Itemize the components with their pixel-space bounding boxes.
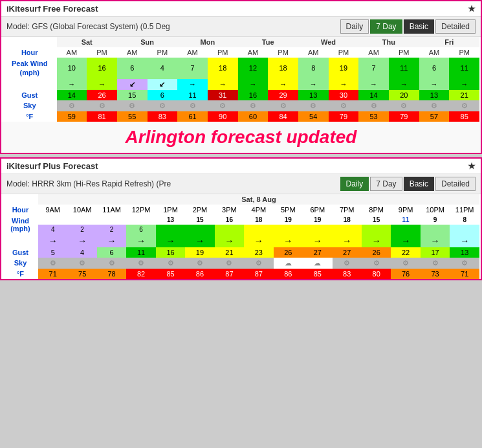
sky-label: Sky: [3, 100, 57, 111]
arr2-1pm: →: [156, 234, 185, 247]
t-mon-pm: 90: [208, 111, 238, 122]
g-sun-am: 15: [117, 90, 148, 100]
g2-11pm: 13: [450, 247, 479, 258]
g-sun-pm: 6: [148, 90, 178, 100]
arr2-6pm: →: [303, 234, 332, 247]
top-model-text: Model: GFS (Global Forecast System) (0.5…: [6, 22, 170, 31]
t-sun-pm: 83: [148, 111, 178, 122]
top-daily-btn[interactable]: Daily: [340, 19, 369, 34]
top-window-title: iKitesurf Free Forecast: [6, 4, 98, 14]
g2-3pm: 21: [215, 247, 244, 258]
pw-mon-am: 7: [177, 58, 208, 79]
g-sat-pm: 26: [87, 90, 117, 100]
bottom-basic-btn[interactable]: Basic: [404, 177, 434, 191]
pw-wed-am: 8: [298, 58, 329, 79]
sky-sun-pm: ⚙: [148, 100, 178, 111]
g2-4pm: 23: [244, 247, 273, 258]
wind-9pm: [391, 225, 420, 234]
wind-10am: 2: [67, 225, 96, 234]
day-sun: Sun: [117, 37, 177, 47]
pw-fri-am: 6: [419, 58, 450, 79]
t2-9pm: 76: [391, 269, 420, 279]
pw-tue-am: 12: [238, 58, 268, 79]
g-wed-am: 13: [298, 90, 329, 100]
t2-1pm: 85: [156, 269, 185, 279]
arr-wed-am: →: [298, 79, 329, 90]
arr2-7pm: →: [333, 234, 362, 247]
t-sun-am: 55: [117, 111, 148, 122]
t-thu-am: 53: [358, 111, 389, 122]
wind-9am: 4: [38, 225, 67, 234]
arr-fri-am: →: [419, 79, 450, 90]
arr2-9pm: →: [391, 234, 420, 247]
g2-2pm: 19: [185, 247, 214, 258]
wind-4pm: [244, 225, 273, 234]
bottom-sky-label: Sky: [3, 258, 38, 269]
top-star-icon[interactable]: ★: [468, 4, 476, 14]
sky-tue-pm: ⚙: [268, 100, 298, 111]
sky-fri-pm: ⚙: [449, 100, 479, 111]
sky-sun-am: ⚙: [117, 100, 148, 111]
g2-12pm: 11: [126, 247, 155, 258]
g2-11am: 6: [97, 247, 126, 258]
g2-10pm: 17: [421, 247, 450, 258]
pw-fri-pm: 11: [449, 58, 479, 79]
top-detailed-btn[interactable]: Detailed: [435, 19, 476, 34]
sky-wed-am: ⚙: [298, 100, 329, 111]
g2-5pm: 26: [274, 247, 303, 258]
update-text: Arlington forecast updated: [126, 127, 357, 147]
t2-4pm: 87: [244, 269, 273, 279]
wind-8pm: [362, 225, 391, 234]
g2-10am: 4: [67, 247, 96, 258]
bottom-7day-btn[interactable]: 7 Day: [370, 177, 402, 191]
day-thu: Thu: [358, 37, 419, 47]
temp-label: °F: [3, 111, 57, 122]
top-basic-btn[interactable]: Basic: [404, 19, 434, 34]
pw-sat-pm: 16: [87, 58, 117, 79]
t-wed-pm: 79: [329, 111, 359, 122]
day-wed: Wed: [298, 37, 358, 47]
day-sat: Sat: [57, 37, 117, 47]
arr-mon-am: →: [177, 79, 208, 90]
bottom-wind-label: Wind(mph): [3, 215, 38, 234]
pw-wed-pm: 19: [329, 58, 359, 79]
sky-thu-am: ⚙: [358, 100, 389, 111]
top-view-buttons: Daily 7 Day Basic Detailed: [340, 19, 476, 34]
g-fri-pm: 21: [449, 90, 479, 100]
top-7day-btn[interactable]: 7 Day: [370, 19, 402, 34]
arr-tue-pm: →: [268, 79, 298, 90]
t-fri-pm: 85: [449, 111, 479, 122]
pw-thu-am: 7: [358, 58, 389, 79]
t-sat-pm: 81: [87, 111, 117, 122]
peak-wind-label: Peak Wind(mph): [3, 58, 57, 79]
t2-11pm: 71: [450, 269, 479, 279]
top-forecast-table: Sat Sun Mon Tue Wed Thu Fri Hour AM PM A…: [3, 37, 479, 122]
arr-thu-pm: →: [389, 79, 419, 90]
gust-label: Gust: [3, 90, 57, 100]
sky-sat-am: ⚙: [57, 100, 87, 111]
sky-tue-am: ⚙: [238, 100, 268, 111]
sky-thu-pm: ⚙: [389, 100, 419, 111]
bottom-day-label: Sat, 8 Aug: [38, 194, 479, 205]
g-thu-pm: 20: [389, 90, 419, 100]
g2-6pm: 27: [303, 247, 332, 258]
arr-sun-am: ↙: [117, 79, 148, 90]
wind-3pm: [215, 225, 244, 234]
t2-10am: 75: [67, 269, 96, 279]
bottom-daily-btn[interactable]: Daily: [340, 177, 369, 191]
g2-7pm: 27: [333, 247, 362, 258]
wind-11am: 2: [97, 225, 126, 234]
bottom-star-icon[interactable]: ★: [468, 161, 476, 171]
t-fri-am: 57: [419, 111, 450, 122]
pw-mon-pm: 18: [208, 58, 238, 79]
bottom-detailed-btn[interactable]: Detailed: [435, 177, 476, 191]
g2-8pm: 26: [362, 247, 391, 258]
t-sat-am: 59: [57, 111, 87, 122]
day-tue: Tue: [238, 37, 298, 47]
t2-11am: 78: [97, 269, 126, 279]
day-mon: Mon: [177, 37, 237, 47]
t2-12pm: 82: [126, 269, 155, 279]
t2-10pm: 73: [421, 269, 450, 279]
sky-sat-pm: ⚙: [87, 100, 117, 111]
bottom-window-title: iKitesurf Plus Forecast: [6, 161, 98, 171]
